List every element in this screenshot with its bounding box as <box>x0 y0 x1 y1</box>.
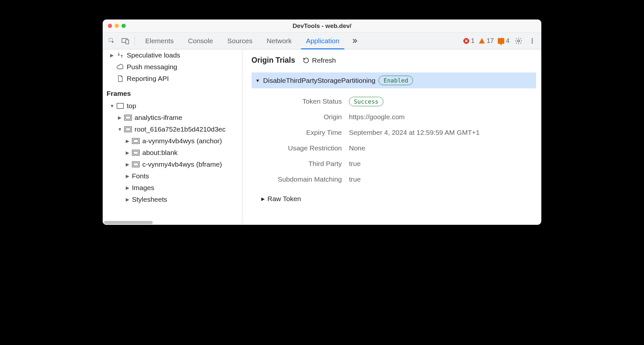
detail-value: Success <box>349 97 383 105</box>
sidebar-item-reporting-api[interactable]: Reporting API <box>103 73 242 84</box>
toolbar-left <box>107 36 135 45</box>
devtools-toolbar: Elements Console Sources Network Applica… <box>103 32 541 49</box>
chevron-right-icon <box>125 162 129 167</box>
sidebar-item-label: Images <box>132 184 154 192</box>
error-count[interactable]: 1 <box>463 37 475 45</box>
svg-point-5 <box>532 38 533 40</box>
tab-elements[interactable]: Elements <box>138 32 181 49</box>
chevron-right-icon <box>125 185 129 190</box>
svg-point-6 <box>532 40 533 42</box>
tab-application[interactable]: Application <box>299 32 347 49</box>
sidebar-item-label: Push messaging <box>127 63 177 71</box>
svg-rect-2 <box>126 40 129 44</box>
detail-value: September 4, 2024 at 12:59:59 AM GMT+1 <box>349 129 480 136</box>
detail-origin: Origin https://google.com <box>258 109 535 125</box>
panel-header: Origin Trials Refresh <box>251 56 541 65</box>
detail-third-party: Third Party true <box>258 156 535 172</box>
panel-title: Origin Trials <box>251 56 295 65</box>
status-badge: Success <box>349 97 383 106</box>
titlebar: DevTools - web.dev/ <box>103 19 541 32</box>
raw-token-label: Raw Token <box>267 195 301 203</box>
trial-details: Token Status Success Origin https://goog… <box>251 88 541 190</box>
chevron-right-icon <box>125 173 129 179</box>
scrollbar-thumb[interactable] <box>104 221 153 224</box>
detail-value: https://google.com <box>349 113 405 121</box>
chevron-right-icon <box>125 150 129 155</box>
detail-value: true <box>349 175 361 183</box>
error-count-value: 1 <box>471 37 475 45</box>
issues-count[interactable]: 4 <box>498 37 509 45</box>
frame-icon <box>116 102 124 110</box>
origin-trial-name: DisableThirdPartyStoragePartitioning <box>263 77 376 84</box>
status-badge: Enabled <box>379 76 413 85</box>
sidebar-frame-anchor[interactable]: a-vynmy4vb4wys (anchor) <box>103 135 242 147</box>
tab-sources[interactable]: Sources <box>220 32 260 49</box>
svg-rect-18 <box>134 163 138 166</box>
svg-point-7 <box>532 42 533 44</box>
sidebar-frame-about-blank[interactable]: about:blank <box>103 147 242 159</box>
warning-count[interactable]: 17 <box>479 37 494 45</box>
settings-icon[interactable] <box>514 36 523 45</box>
detail-usage: Usage Restriction None <box>258 140 535 156</box>
zoom-window-button[interactable] <box>122 24 126 28</box>
svg-point-4 <box>518 40 520 42</box>
refresh-label: Refresh <box>312 57 336 64</box>
iframe-icon <box>124 114 132 121</box>
sidebar-frame-root[interactable]: root_616a752e1b5d4210d3ec <box>103 123 242 135</box>
document-icon <box>116 75 124 83</box>
sidebar-item-fonts[interactable]: Fonts <box>103 170 242 182</box>
iframe-icon <box>124 125 132 133</box>
sidebar-frame-analytics[interactable]: analytics-iframe <box>103 112 242 123</box>
content-area: Speculative loads Push messaging Reporti… <box>103 49 541 225</box>
toolbar-divider <box>135 36 135 45</box>
close-window-button[interactable] <box>108 24 112 28</box>
sidebar-item-label: top <box>127 102 136 110</box>
sidebar-item-push-messaging[interactable]: Push messaging <box>103 61 242 73</box>
sidebar-item-label: Fonts <box>132 172 149 180</box>
sidebar-item-label: root_616a752e1b5d4210d3ec <box>135 125 225 133</box>
window-title: DevTools - web.dev/ <box>108 22 536 30</box>
origin-trial-row[interactable]: ▼ DisableThirdPartyStoragePartitioning E… <box>251 72 536 88</box>
device-toolbar-icon[interactable] <box>121 36 130 45</box>
application-sidebar[interactable]: Speculative loads Push messaging Reporti… <box>103 49 242 225</box>
detail-label: Expiry Time <box>258 129 349 136</box>
sidebar-item-stylesheets[interactable]: Stylesheets <box>103 194 242 205</box>
tab-network[interactable]: Network <box>260 32 299 49</box>
warning-count-value: 17 <box>487 37 494 45</box>
horizontal-scrollbar[interactable] <box>103 220 242 225</box>
sidebar-item-label: a-vynmy4vb4wys (anchor) <box>142 137 222 145</box>
issues-count-value: 4 <box>506 37 509 45</box>
minimize-window-button[interactable] <box>115 24 119 28</box>
raw-token-row[interactable]: ▶ Raw Token <box>251 190 541 208</box>
sidebar-item-label: about:blank <box>142 149 178 157</box>
devtools-tabs: Elements Console Sources Network Applica… <box>138 32 363 49</box>
detail-expiry: Expiry Time September 4, 2024 at 12:59:5… <box>258 125 535 140</box>
chevron-right-icon: ▶ <box>261 196 265 201</box>
sidebar-item-images[interactable]: Images <box>103 182 242 194</box>
sidebar-frame-top[interactable]: top <box>103 100 242 112</box>
chevron-right-icon <box>118 115 122 120</box>
svg-rect-8 <box>117 103 123 109</box>
kebab-menu-icon[interactable] <box>528 36 537 45</box>
sidebar-frame-bframe[interactable]: c-vynmy4vb4wys (bframe) <box>103 159 242 170</box>
svg-rect-16 <box>134 151 138 154</box>
detail-label: Usage Restriction <box>258 144 349 152</box>
detail-subdomain: Subdomain Matching true <box>258 172 535 187</box>
chevron-right-icon <box>110 53 114 58</box>
tab-console[interactable]: Console <box>181 32 220 49</box>
svg-rect-12 <box>126 128 131 131</box>
chevron-down-icon <box>110 103 114 109</box>
chevron-down-icon: ▼ <box>255 78 260 83</box>
cloud-icon <box>116 63 124 71</box>
issues-icon <box>498 38 504 44</box>
frames-section-header: Frames <box>103 84 242 100</box>
refresh-button[interactable]: Refresh <box>303 57 336 64</box>
detail-label: Token Status <box>258 97 349 105</box>
more-tabs-button[interactable] <box>346 32 363 49</box>
console-status[interactable]: 1 17 4 <box>463 37 510 45</box>
warning-icon <box>479 38 485 44</box>
origin-trials-panel: Origin Trials Refresh ▼ DisableThirdPart… <box>242 49 541 225</box>
error-icon <box>463 38 470 44</box>
inspect-element-icon[interactable] <box>107 36 116 45</box>
sidebar-item-speculative-loads[interactable]: Speculative loads <box>103 49 242 61</box>
